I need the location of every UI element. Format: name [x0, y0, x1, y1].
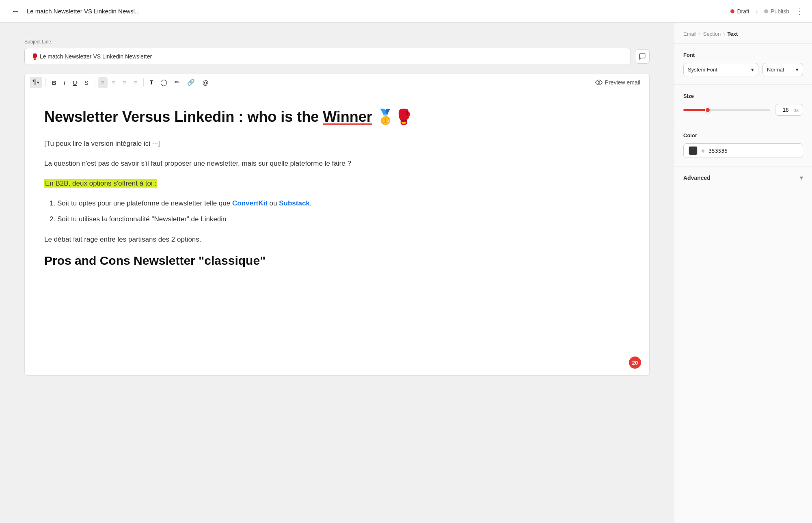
breadcrumb-text: Text — [728, 31, 738, 37]
strikethrough-button[interactable]: S — [82, 77, 91, 88]
publish-status: Publish — [764, 8, 789, 15]
advanced-row[interactable]: Advanced ▾ — [674, 166, 812, 189]
bold-icon: B — [52, 79, 56, 86]
highlight-button[interactable]: ✏ — [172, 77, 183, 88]
advanced-label: Advanced — [683, 175, 710, 181]
size-slider[interactable] — [683, 106, 770, 114]
draft-dot — [730, 9, 734, 13]
font-label: Font — [683, 52, 803, 58]
font-row: System Font ▾ Normal ▾ — [683, 63, 803, 76]
subject-input[interactable] — [24, 48, 631, 65]
intro-paragraph: [Tu peux lire la version intégrale ici ·… — [44, 138, 630, 150]
pros-cons-heading: Pros and Cons Newsletter "classique" — [44, 254, 630, 268]
main-layout: Subject Line ¶ ▾ B I U — [0, 23, 812, 523]
breadcrumb-email[interactable]: Email — [683, 31, 697, 37]
align-left-button[interactable]: ≡ — [98, 77, 108, 88]
breadcrumb-sep-1: › — [699, 31, 701, 37]
slider-fill — [683, 109, 708, 111]
link-icon: 🔗 — [187, 79, 195, 86]
align-center-icon: ≡ — [112, 79, 116, 86]
text-size-icon: T — [150, 79, 153, 86]
paragraph-icon: ¶ — [32, 79, 36, 86]
align-center-button[interactable]: ≡ — [109, 77, 119, 88]
color-label: Color — [683, 132, 803, 138]
options-list: Soit tu optes pour une plateforme de new… — [44, 197, 630, 225]
shape-button[interactable]: ◯ — [158, 77, 170, 88]
dropdown-arrow: ▾ — [37, 80, 39, 85]
more-options-button[interactable]: ⋮ — [796, 6, 804, 16]
bold-button[interactable]: B — [49, 77, 59, 88]
font-weight-value: Normal — [767, 67, 784, 73]
size-input[interactable] — [780, 107, 792, 113]
font-weight-select[interactable]: Normal ▾ — [762, 63, 803, 76]
document-title: Le match Newsletter VS Linkedin Newsl... — [27, 8, 140, 15]
article-heading: Newsletter Versus Linkedin : who is the … — [44, 108, 630, 127]
font-section: Font System Font ▾ Normal ▾ — [674, 44, 812, 85]
subject-line-label: Subject Line — [24, 39, 650, 45]
highlighted-paragraph: En B2B, deux options s'offrent à toi : — [44, 178, 630, 190]
toolbar-sep-3 — [143, 78, 144, 86]
align-left-icon: ≡ — [101, 79, 105, 86]
content-box: Newsletter Versus Linkedin : who is the … — [24, 91, 650, 376]
size-input-box: px — [775, 104, 803, 116]
strikethrough-icon: S — [84, 79, 89, 86]
list-item-2: Soit tu utilises la fonctionnalité "News… — [57, 213, 630, 226]
font-family-chevron: ▾ — [751, 67, 754, 73]
ai-rewrite-button[interactable] — [635, 49, 650, 64]
convertkit-link[interactable]: ConvertKit — [232, 199, 268, 207]
slider-track — [683, 109, 770, 111]
align-right-icon: ≡ — [123, 79, 126, 86]
nav-left: ← Le match Newsletter VS Linkedin Newsl.… — [8, 5, 730, 17]
preview-label: Preview email — [605, 79, 640, 86]
color-row: # — [683, 143, 803, 158]
winner-word: Winner — [323, 108, 372, 125]
italic-button[interactable]: I — [61, 77, 68, 88]
publish-dot — [764, 9, 768, 13]
shape-icon: ◯ — [160, 79, 167, 86]
question-paragraph: La question n'est pas de savoir s'il fau… — [44, 158, 630, 170]
nav-right: Draft › Publish ⋮ — [730, 6, 804, 16]
toolbar-sep-1 — [45, 78, 46, 86]
align-justify-button[interactable]: ≡ — [131, 77, 140, 88]
substack-link[interactable]: Substack — [279, 199, 310, 207]
debate-paragraph: Le débat fait rage entre les partisans d… — [44, 234, 630, 246]
color-hash: # — [702, 148, 704, 154]
breadcrumb-sep-2: › — [723, 31, 725, 37]
mention-icon: @ — [202, 79, 208, 86]
font-family-value: System Font — [688, 67, 717, 73]
advanced-chevron: ▾ — [800, 174, 803, 182]
font-family-select[interactable]: System Font ▾ — [683, 63, 758, 76]
font-weight-chevron: ▾ — [796, 67, 799, 73]
editor-area: Subject Line ¶ ▾ B I U — [0, 23, 674, 523]
top-nav: ← Le match Newsletter VS Linkedin Newsl.… — [0, 0, 812, 23]
breadcrumb-section[interactable]: Section — [703, 31, 721, 37]
highlighted-text: En B2B, deux options s'offrent à toi : — [44, 179, 157, 188]
size-unit: px — [793, 107, 799, 113]
back-button[interactable]: ← — [8, 5, 23, 17]
draft-label: Draft — [737, 8, 749, 15]
slider-thumb — [705, 107, 710, 113]
preview-email-button[interactable]: Preview email — [591, 77, 644, 88]
highlight-icon: ✏ — [175, 79, 180, 86]
badge-count: 20 — [629, 357, 641, 369]
text-size-button[interactable]: T — [147, 77, 156, 88]
size-label: Size — [683, 93, 803, 99]
subject-input-row — [24, 48, 650, 65]
toolbar-sep-2 — [95, 78, 95, 86]
italic-icon: I — [64, 79, 65, 86]
link-button[interactable]: 🔗 — [184, 77, 198, 88]
color-hex-input[interactable] — [708, 148, 741, 154]
nav-chevron: › — [756, 8, 758, 14]
size-row: px — [683, 104, 803, 116]
publish-button[interactable]: Publish — [771, 8, 789, 15]
mention-button[interactable]: @ — [199, 77, 211, 88]
size-section: Size px — [674, 85, 812, 124]
paragraph-style-button[interactable]: ¶ ▾ — [30, 77, 42, 88]
right-panel: Email › Section › Text Font System Font … — [674, 23, 812, 523]
color-swatch[interactable] — [689, 146, 698, 155]
underline-icon: U — [73, 79, 77, 86]
align-justify-icon: ≡ — [134, 79, 137, 86]
panel-breadcrumb: Email › Section › Text — [674, 23, 812, 44]
align-right-button[interactable]: ≡ — [120, 77, 129, 88]
underline-button[interactable]: U — [70, 77, 80, 88]
